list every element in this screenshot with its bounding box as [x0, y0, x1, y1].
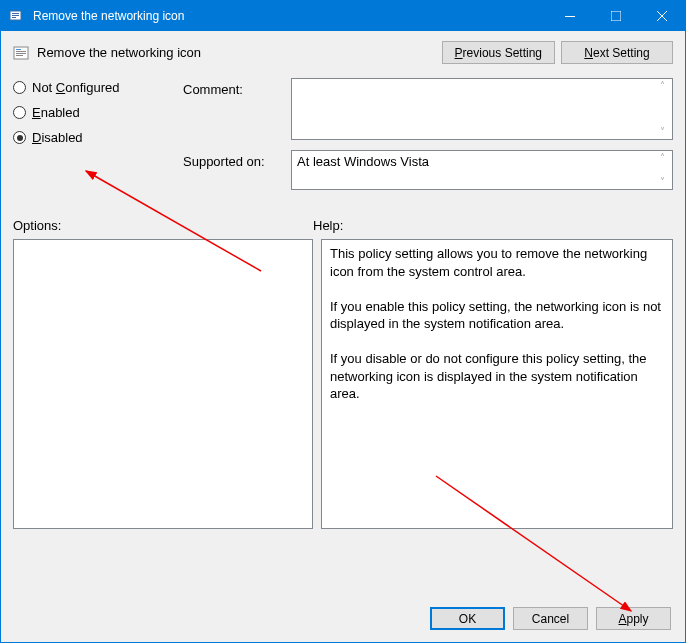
- radio-label: Enabled: [32, 105, 80, 120]
- dialog-footer: OK Cancel Apply: [430, 607, 671, 630]
- window-title: Remove the networking icon: [33, 9, 547, 23]
- supported-on-value: At least Windows Vista: [297, 154, 429, 169]
- policy-icon: [13, 45, 29, 61]
- svg-rect-2: [12, 15, 19, 16]
- state-radio-group: Not Configured Enabled Disabled: [13, 78, 173, 200]
- dialog-body: Remove the networking icon Previous Sett…: [1, 31, 685, 642]
- apply-button[interactable]: Apply: [596, 607, 671, 630]
- minimize-button[interactable]: [547, 1, 593, 31]
- close-button[interactable]: [639, 1, 685, 31]
- chevron-down-icon: ˅: [655, 127, 670, 137]
- radio-enabled[interactable]: Enabled: [13, 105, 173, 120]
- scrollbar: ˄˅: [655, 153, 670, 187]
- svg-rect-7: [16, 49, 21, 50]
- next-setting-button[interactable]: Next Setting: [561, 41, 673, 64]
- comment-textbox[interactable]: ˄˅: [291, 78, 673, 140]
- radio-icon: [13, 106, 26, 119]
- svg-rect-10: [16, 55, 23, 56]
- radio-label: Disabled: [32, 130, 83, 145]
- chevron-up-icon: ˄: [655, 81, 670, 91]
- options-label: Options:: [13, 218, 313, 233]
- chevron-up-icon: ˄: [655, 153, 670, 163]
- radio-not-configured[interactable]: Not Configured: [13, 80, 173, 95]
- supported-on-label: Supported on:: [183, 150, 283, 190]
- scrollbar[interactable]: ˄˅: [655, 81, 670, 137]
- policy-title: Remove the networking icon: [37, 45, 201, 60]
- svg-rect-1: [12, 13, 19, 14]
- svg-rect-5: [611, 11, 621, 21]
- radio-label: Not Configured: [32, 80, 119, 95]
- comment-label: Comment:: [183, 78, 283, 140]
- options-panel: [13, 239, 313, 529]
- app-icon: [9, 8, 25, 24]
- chevron-down-icon: ˅: [655, 177, 670, 187]
- svg-rect-9: [16, 53, 26, 54]
- svg-rect-4: [565, 16, 575, 17]
- policy-heading: Remove the networking icon: [13, 45, 201, 61]
- help-label: Help:: [313, 218, 343, 233]
- radio-icon: [13, 81, 26, 94]
- previous-setting-button[interactable]: Previous Setting: [442, 41, 555, 64]
- help-text: This policy setting allows you to remove…: [330, 245, 664, 403]
- help-panel: This policy setting allows you to remove…: [321, 239, 673, 529]
- supported-on-textbox: At least Windows Vista ˄˅: [291, 150, 673, 190]
- svg-rect-8: [16, 51, 26, 52]
- maximize-button[interactable]: [593, 1, 639, 31]
- radio-icon: [13, 131, 26, 144]
- window-controls: [547, 1, 685, 31]
- ok-button[interactable]: OK: [430, 607, 505, 630]
- cancel-button[interactable]: Cancel: [513, 607, 588, 630]
- radio-disabled[interactable]: Disabled: [13, 130, 173, 145]
- svg-rect-3: [12, 17, 16, 18]
- titlebar: Remove the networking icon: [1, 1, 685, 31]
